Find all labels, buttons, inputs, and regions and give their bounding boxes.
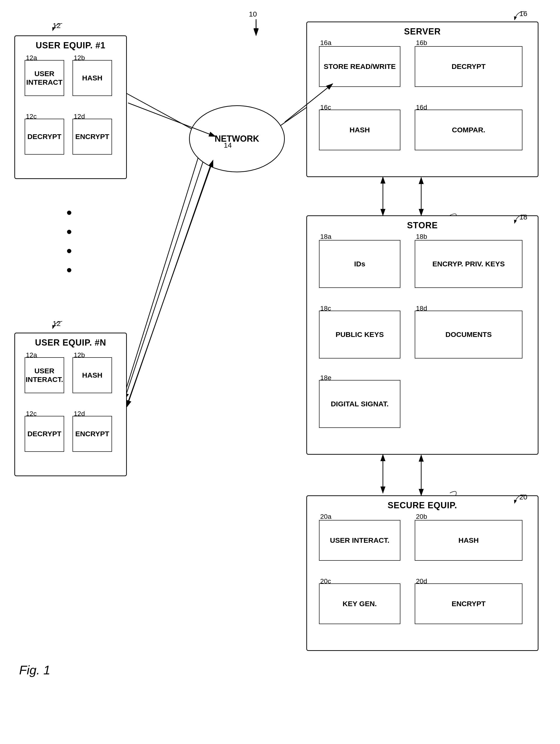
user-equip-n-box: USER EQUIP. #N 12a USER INTERACT. 12b HA… xyxy=(14,333,127,476)
module-user-interact-n: USER INTERACT. xyxy=(25,357,64,393)
module-public-keys: PUBLIC KEYS xyxy=(319,311,400,359)
module-user-interact-secure: USER INTERACT. xyxy=(319,520,400,561)
module-decrypt-server: DECRYPT xyxy=(415,46,522,87)
module-key-gen: KEY GEN. xyxy=(319,584,400,624)
network-label: NETWORK xyxy=(215,134,259,144)
server-box: SERVER 16a STORE READ/WRITE 16b DECRYPT … xyxy=(306,22,538,177)
module-hash-1: HASH xyxy=(73,60,112,96)
server-title: SERVER xyxy=(307,24,538,38)
secure-equip-box: SECURE EQUIP. 20a USER INTERACT. 20b HAS… xyxy=(306,495,538,651)
module-user-interact-1: USER INTERACT xyxy=(25,60,64,96)
ref-18a: 18a xyxy=(320,233,331,240)
module-store-rw: STORE READ/WRITE xyxy=(319,46,400,87)
svg-line-6 xyxy=(124,153,206,400)
module-hash-secure: HASH xyxy=(415,520,522,561)
user-equip-1-title: USER EQUIP. #1 xyxy=(15,38,126,52)
user-equip-1-box: USER EQUIP. #1 12a USER INTERACT 12b HAS… xyxy=(14,35,127,179)
figure-label: Fig. 1 xyxy=(19,663,50,677)
store-title: STORE xyxy=(307,218,538,232)
module-hash-server: HASH xyxy=(319,110,400,150)
ref-20a: 20a xyxy=(320,513,331,520)
module-encrypt-n: ENCRYPT xyxy=(73,416,112,452)
secure-equip-title: SECURE EQUIP. xyxy=(307,498,538,512)
user-equip-n-title: USER EQUIP. #N xyxy=(15,335,126,349)
dot-1 xyxy=(67,211,71,215)
diagram: 10 USER EQUIP. #1 12a USER INTERACT 12b … xyxy=(0,0,560,744)
module-decrypt-1: DECRYPT xyxy=(25,119,64,155)
svg-line-5 xyxy=(122,148,201,402)
module-decrypt-n: DECRYPT xyxy=(25,416,64,452)
ref-16a: 16a xyxy=(320,39,331,47)
network-oval: NETWORK xyxy=(189,105,285,172)
ref-14: 14 xyxy=(224,141,232,149)
module-documents: DOCUMENTS xyxy=(415,311,522,359)
module-digital-signat: DIGITAL SIGNAT. xyxy=(319,380,400,428)
module-hash-n: HASH xyxy=(73,357,112,393)
module-encrypt-secure: ENCRYPT xyxy=(415,584,522,624)
module-ids: IDs xyxy=(319,240,400,288)
module-encrypt-1: ENCRYPT xyxy=(73,119,112,155)
store-box: STORE 18a IDs 18b ENCRYP. PRIV. KEYS 18c… xyxy=(306,215,538,455)
module-compar: COMPAR. xyxy=(415,110,522,150)
ref-16b: 16b xyxy=(416,39,427,47)
svg-line-3 xyxy=(122,91,201,134)
ref-18b: 18b xyxy=(416,233,427,240)
dot-2 xyxy=(67,230,71,234)
ref-10: 10 xyxy=(249,10,257,18)
dot-4 xyxy=(67,268,71,272)
ref-20b: 20b xyxy=(416,513,427,520)
dot-3 xyxy=(67,249,71,253)
module-encryp-priv-keys: ENCRYP. PRIV. KEYS xyxy=(415,240,522,288)
